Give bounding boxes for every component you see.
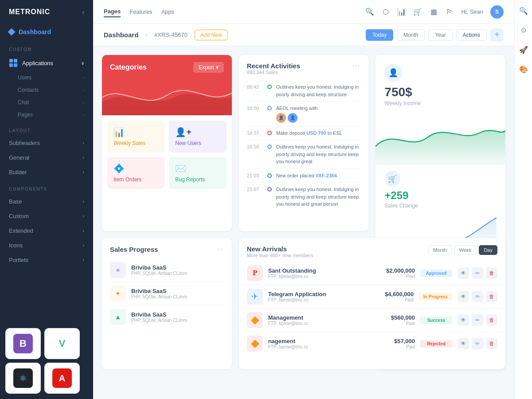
progress-item-3: ▲ Briviba SaaS PHP, SQLite, Artisan CLim… xyxy=(110,305,224,329)
cat-tile-bug-reports[interactable]: ✉️ Bug Reports xyxy=(169,157,226,189)
sidebar-item-general[interactable]: General › xyxy=(0,150,93,165)
arrival-action-edit-4[interactable]: ✏ xyxy=(472,338,483,349)
arrivals-title: New Arrivals xyxy=(247,245,313,253)
arrivals-week-button[interactable]: Week xyxy=(454,245,477,255)
arrival-action-view-3[interactable]: 👁 xyxy=(458,314,469,326)
arrival-action-delete-1[interactable]: 🗑 xyxy=(486,267,497,279)
arrival-icon-1: 𝐏 xyxy=(247,265,263,281)
progress-icon-2: ✦ xyxy=(110,286,126,301)
portlets-label: Portlets xyxy=(9,257,28,263)
cat-tile-weekly-sales[interactable]: 📊 Weekly Sales xyxy=(107,121,164,153)
grid-icon[interactable]: ▦ xyxy=(429,8,438,16)
arrival-action-delete-3[interactable]: 🗑 xyxy=(486,314,497,326)
period-today-button[interactable]: Today xyxy=(366,29,393,41)
cat-tile-item-orders[interactable]: 💠 Item Orders xyxy=(107,157,164,189)
chat-label: Chat xyxy=(18,99,29,106)
framework-angular[interactable]: A xyxy=(44,363,80,394)
sidebar-item-chat[interactable]: Chat › xyxy=(0,96,93,109)
progress-icon-letter-2: ✦ xyxy=(115,290,121,297)
sidebar-item-extended[interactable]: Extended › xyxy=(0,223,93,238)
arrival-action-edit-3[interactable]: ✏ xyxy=(472,314,483,326)
sidebar-item-subheaders[interactable]: Subheaders › xyxy=(0,136,93,150)
arrival-actions-3: 👁 ✏ 🗑 xyxy=(458,314,497,326)
cart-icon[interactable]: 🛒 xyxy=(413,8,422,16)
sidebar-item-pages[interactable]: Pages › xyxy=(0,109,93,121)
arrival-paid-4: Paid xyxy=(375,344,415,349)
activity-avatars: 👤 👤 xyxy=(276,113,318,123)
avatar-1: 👤 xyxy=(276,113,286,123)
right-icon-settings[interactable]: ⚙ xyxy=(517,24,530,36)
applications-chevron: ∨ xyxy=(81,61,84,66)
period-year-button[interactable]: Year xyxy=(428,29,452,41)
framework-vue[interactable]: V xyxy=(44,328,80,359)
sidebar-item-portlets[interactable]: Portlets › xyxy=(0,253,93,267)
arrival-action-edit-2[interactable]: ✏ xyxy=(472,291,483,302)
nav-tab-apps[interactable]: Apps xyxy=(161,7,175,17)
nav-tab-pages[interactable]: Pages xyxy=(104,6,121,17)
activities-menu-button[interactable]: ··· xyxy=(352,62,360,70)
nav-tab-features[interactable]: Features xyxy=(129,7,152,17)
custom-chevron: › xyxy=(83,214,84,219)
arrival-paid-2: Paid xyxy=(374,297,414,302)
arrival-name-4: nagement xyxy=(268,338,370,344)
top-navigation: Pages Features Apps 🔍 ⬡ 📊 🛒 ▦ 🏳 Hi, Sean… xyxy=(93,0,514,24)
search-icon[interactable]: 🔍 xyxy=(365,8,374,16)
arrival-action-view-2[interactable]: 👁 xyxy=(458,291,469,302)
arrival-badge-2: In Progress xyxy=(419,293,452,301)
arrival-action-view-1[interactable]: 👁 xyxy=(458,267,469,279)
arrival-action-delete-4[interactable]: 🗑 xyxy=(486,338,497,349)
new-arrivals-card: New Arrivals More than 400+ new members … xyxy=(239,238,505,369)
right-icon-send[interactable]: 🚀 xyxy=(517,43,530,56)
categories-card: Categories Export ▾ xyxy=(102,55,232,231)
sidebar-collapse-button[interactable]: ‹ xyxy=(82,8,84,16)
progress-menu-button[interactable]: ·· xyxy=(218,245,224,253)
arrivals-day-button[interactable]: Day xyxy=(479,245,497,255)
arrival-app-info-3: Management FTP: bprow@bnc.cc xyxy=(268,314,370,326)
sidebar-item-builder[interactable]: Builder › xyxy=(0,165,93,180)
add-button[interactable]: + xyxy=(490,28,504,42)
sidebar-item-custom[interactable]: Custom › xyxy=(0,209,93,223)
arrival-action-edit-1[interactable]: ✏ xyxy=(472,267,483,279)
sidebar-item-applications[interactable]: Applications ∨ xyxy=(0,55,93,71)
arrivals-header: New Arrivals More than 400+ new members … xyxy=(239,238,505,262)
right-icon-palette[interactable]: 🎨 xyxy=(517,63,530,75)
sidebar-section-custom: CUSTOM xyxy=(0,40,93,55)
progress-title: Sales Progress xyxy=(110,246,158,253)
add-new-button[interactable]: Add New xyxy=(195,30,228,40)
activity-text-1: Outlines keep you honest. Indulging in p… xyxy=(276,83,361,98)
arrival-actions-4: 👁 ✏ 🗑 xyxy=(458,338,497,349)
share-icon[interactable]: ⬡ xyxy=(381,8,390,16)
arrival-action-view-4[interactable]: 👁 xyxy=(458,338,469,349)
arrival-action-delete-2[interactable]: 🗑 xyxy=(486,291,497,302)
flag-icon[interactable]: 🏳 xyxy=(445,8,454,16)
sidebar-item-users[interactable]: Users › xyxy=(0,71,93,84)
arrivals-month-button[interactable]: Month xyxy=(428,245,452,255)
right-icon-search[interactable]: 🔍 xyxy=(517,4,530,17)
user-avatar[interactable]: S xyxy=(490,5,504,19)
arrival-badge-4: Rejected xyxy=(420,340,452,348)
export-chevron-icon: ▾ xyxy=(216,64,219,70)
subheaders-chevron: › xyxy=(83,141,84,145)
arrival-paid-3: Paid xyxy=(375,321,415,326)
sidebar-item-dashboard[interactable]: Dashboard xyxy=(0,24,93,40)
sidebar: METRONIC ‹ Dashboard CUSTOM Applications… xyxy=(0,0,93,399)
export-button[interactable]: Export ▾ xyxy=(193,62,224,73)
subheaders-label: Subheaders xyxy=(9,140,40,146)
cat-tile-new-users[interactable]: 👤+ New Users xyxy=(169,121,226,153)
activity-item-5: 21:03 New order placed #XF-2356 xyxy=(247,169,361,183)
arrival-amount-section-1: $2,000,000 Paid xyxy=(375,267,415,279)
arrival-app-info-1: Sant Outstanding FTP: bprow@bnc.cc xyxy=(268,267,370,279)
actions-button[interactable]: Actions xyxy=(456,29,487,41)
framework-bootstrap[interactable]: B xyxy=(5,328,41,359)
sidebar-item-icons[interactable]: Icons › xyxy=(0,238,93,253)
period-month-button[interactable]: Month xyxy=(397,29,425,41)
arrival-icon-4: 🔶 xyxy=(247,336,263,352)
arrival-row-4: 🔶 nagement FTP: bprow@bnc.cc $57,000 Pai… xyxy=(239,332,505,355)
framework-react[interactable]: ⚛ xyxy=(5,363,41,394)
arrival-name-1: Sant Outstanding xyxy=(268,267,370,274)
chart-icon[interactable]: 📊 xyxy=(397,8,406,16)
sidebar-item-contacts[interactable]: Contacts › xyxy=(0,84,93,96)
activity-item-6: 23:07 Outlines keep you honest. Indulgin… xyxy=(247,183,361,211)
activity-item-1: 08:42 Outlines keep you honest. Indulgin… xyxy=(247,80,361,102)
sidebar-item-base[interactable]: Base › xyxy=(0,194,93,209)
